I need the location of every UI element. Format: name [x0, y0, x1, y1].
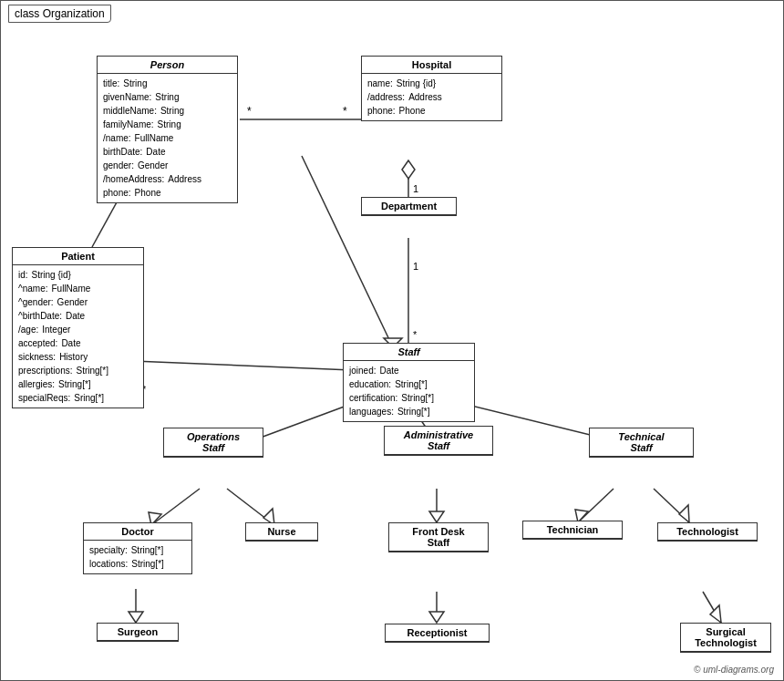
staff-attrs: joined:Date education:String[*] certific… — [344, 361, 474, 421]
svg-marker-32 — [679, 505, 689, 522]
surgical-technologist-title: Surgical Technologist — [681, 624, 770, 652]
staff-class: Staff joined:Date education:String[*] ce… — [343, 343, 475, 422]
admin-staff-title: Administrative Staff — [385, 427, 492, 455]
tech-staff-class: Technical Staff — [589, 428, 694, 458]
svg-line-29 — [578, 489, 614, 522]
svg-line-20 — [133, 361, 352, 370]
svg-line-9 — [302, 156, 393, 347]
doctor-attrs: specialty:String[*] locations:String[*] — [84, 541, 191, 573]
diagram-title: class Organization — [8, 5, 111, 23]
svg-marker-36 — [429, 612, 444, 623]
hospital-attrs: name:String {id} /address:Address phone:… — [362, 74, 501, 120]
svg-marker-38 — [710, 605, 721, 623]
patient-attrs: id:String {id} ^name:FullName ^gender:Ge… — [13, 265, 143, 408]
svg-line-25 — [227, 489, 274, 525]
copyright: © uml-diagrams.org — [694, 665, 774, 675]
person-class: Person title:String givenName:String mid… — [97, 56, 238, 203]
surgeon-title: Surgeon — [98, 624, 178, 641]
person-title: Person — [98, 57, 237, 74]
front-desk-class: Front Desk Staff — [388, 522, 489, 552]
svg-marker-4 — [402, 160, 415, 179]
doctor-title: Doctor — [84, 523, 191, 541]
svg-text:1: 1 — [413, 261, 418, 272]
technologist-class: Technologist — [657, 522, 758, 542]
svg-marker-34 — [129, 612, 143, 623]
staff-title: Staff — [344, 344, 474, 361]
front-desk-title: Front Desk Staff — [389, 523, 488, 552]
svg-text:1: 1 — [413, 183, 418, 194]
svg-text:*: * — [247, 105, 252, 118]
svg-line-31 — [654, 489, 689, 522]
technician-title: Technician — [523, 521, 622, 539]
nurse-class: Nurse — [245, 522, 318, 542]
surgeon-class: Surgeon — [97, 623, 179, 642]
nurse-title: Nurse — [246, 523, 317, 541]
receptionist-class: Receptionist — [385, 624, 490, 643]
tech-staff-title: Technical Staff — [590, 428, 693, 457]
hospital-class: Hospital name:String {id} /address:Addre… — [361, 56, 502, 121]
svg-line-23 — [151, 489, 200, 525]
svg-text:*: * — [413, 329, 418, 340]
admin-staff-class: Administrative Staff — [384, 426, 493, 456]
patient-class: Patient id:String {id} ^name:FullName ^g… — [12, 247, 144, 408]
svg-text:*: * — [343, 105, 347, 118]
svg-marker-28 — [429, 511, 444, 522]
department-title: Department — [362, 198, 456, 215]
diagram-container: class Organization * * 1 * 1 * — [0, 0, 784, 681]
svg-line-37 — [703, 592, 721, 623]
technician-class: Technician — [522, 521, 623, 540]
ops-staff-class: Operations Staff — [163, 428, 263, 458]
ops-staff-title: Operations Staff — [164, 428, 263, 457]
receptionist-title: Receptionist — [386, 624, 489, 642]
department-class: Department — [361, 197, 457, 216]
person-attrs: title:String givenName:String middleName… — [98, 74, 237, 202]
hospital-title: Hospital — [362, 57, 501, 74]
patient-title: Patient — [13, 248, 143, 265]
doctor-class: Doctor specialty:String[*] locations:Str… — [83, 522, 192, 574]
technologist-title: Technologist — [658, 523, 757, 541]
surgical-technologist-class: Surgical Technologist — [680, 623, 771, 653]
